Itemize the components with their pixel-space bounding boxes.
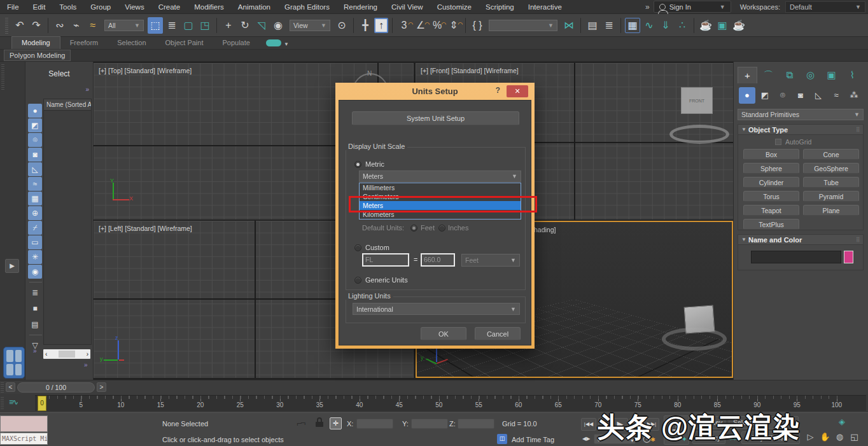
display-list-view-icon[interactable]: ≣ [28,286,42,300]
separator[interactable] [694,18,694,33]
bind-to-space-warp-icon[interactable]: ≈ [85,17,101,34]
menu-item[interactable]: Scripting [479,0,521,14]
redo-icon[interactable]: ↷ [29,17,44,34]
cancel-button[interactable]: Cancel [475,327,521,340]
add-time-tag[interactable]: Add Time Tag [512,436,554,443]
toolbar-grip[interactable] [5,17,8,34]
viewcube-ring[interactable] [669,125,729,144]
filter-containers-icon[interactable]: ▦ [28,192,42,206]
filter-shapes-icon[interactable]: ◩ [28,118,42,132]
snaps-toggle-3d-icon[interactable]: 3 [396,17,412,34]
mirror-icon[interactable]: ⋈ [561,17,577,34]
help-button[interactable]: ? [496,86,500,95]
selection-filter-dropdown[interactable]: All▼ [104,20,144,31]
toolbar-overflow-chevron[interactable]: » [641,3,654,11]
ribbon-tab[interactable]: Modeling [11,36,60,49]
separator[interactable] [48,18,48,33]
create-systems-icon[interactable]: ⁂ [846,87,862,104]
spinner-arrows-icon[interactable]: ◀▶ [582,436,590,442]
ribbon-tab[interactable]: Object Paint [156,37,213,49]
scroll-left-icon[interactable]: ‹ [45,351,47,358]
select-by-name-icon[interactable]: ≣ [164,17,179,34]
render-setup-icon[interactable]: ☕ [698,17,713,34]
filter-lights-icon[interactable]: ⌾ [28,133,42,147]
z-coordinate-field[interactable] [458,419,494,429]
custom-value-field[interactable]: 660.0 [421,253,455,267]
viewport-front-label[interactable]: [+] [Front] [Standard] [Wireframe] [421,67,519,74]
curve-editor-icon[interactable]: ∿ [641,17,657,34]
separator[interactable] [392,18,393,33]
object-color-swatch[interactable] [844,251,853,263]
dock-grip[interactable] [1,64,4,90]
custom-name-field[interactable]: FL [362,253,409,267]
display-properties-icon[interactable]: ▤ [28,317,42,331]
edit-named-selection-sets-icon[interactable]: { } [470,17,485,34]
select-and-place-icon[interactable]: ◉ [270,17,286,34]
schematic-view-icon[interactable]: ⇓ [658,17,673,34]
overflow-chevron[interactable]: » [33,347,37,354]
create-cameras-icon[interactable]: ◙ [792,87,809,104]
feet-radio[interactable] [410,225,417,232]
ribbon-tab[interactable]: Populate [213,37,259,49]
toggle-ribbon-icon[interactable]: ▦ [625,18,640,33]
create-geometry-icon[interactable]: ● [739,87,755,104]
menu-item[interactable]: Customize [430,0,479,14]
ribbon-config-icon[interactable] [266,39,281,46]
rendered-frame-window-icon[interactable]: ▣ [715,17,730,34]
select-and-move-icon[interactable]: + [221,17,236,34]
lighting-units-dropdown[interactable]: International ▼ [353,303,520,315]
rollout-drag-dots[interactable]: ⣿ [856,235,860,245]
keyboard-shortcut-override-icon[interactable]: ↑ [374,18,388,33]
menu-item[interactable]: Modifiers [187,0,231,14]
ok-button[interactable]: OK [421,327,466,340]
autogrid-checkbox[interactable] [775,139,781,145]
select-and-manipulate-icon[interactable]: ╋ [358,17,373,34]
ribbon-tab[interactable]: Selection [108,37,155,49]
object-type-rollout-header[interactable]: ▼ Object Type ⣿ [738,124,864,135]
scene-explorer-list[interactable]: Name (Sorted Ascending) [43,99,92,345]
viewport-layout-tab-icon[interactable] [3,347,25,379]
tab-create[interactable]: + [738,67,757,83]
grip[interactable] [1,396,4,409]
next-frame-arrow[interactable]: > [97,382,106,392]
toggle-scene-explorer-icon[interactable]: ▤ [585,17,600,34]
material-editor-icon[interactable]: ∴ [675,17,690,34]
primitive-button[interactable]: Pyramid [803,191,859,202]
render-production-icon[interactable]: ☕ [731,17,746,34]
angle-snap-icon[interactable]: ∠ [413,17,428,34]
generic-units-radio[interactable] [354,277,361,284]
explorer-horizontal-scrollbar[interactable]: ‹ › [43,349,90,359]
tab-motion[interactable]: ◎ [801,67,820,83]
inches-radio[interactable] [438,225,445,232]
filter-external-refs-icon[interactable]: ⊕ [28,206,42,220]
percent-snap-icon[interactable]: % [430,17,445,34]
selection-lock-icon[interactable] [314,417,325,428]
menu-item[interactable]: Rendering [337,0,384,14]
mini-curve-editor-icon[interactable]: ≡∿ [9,398,17,407]
primitive-button[interactable]: GeoSphere [803,163,859,174]
select-and-rotate-icon[interactable]: ↻ [237,17,253,34]
separator[interactable] [216,18,217,33]
named-selection-dropdown[interactable]: ▼ [489,20,557,31]
use-pivot-point-center-icon[interactable]: ⊙ [334,17,349,34]
custom-unit-dropdown[interactable]: Feet ▼ [461,254,520,267]
menu-item[interactable]: Graph Editors [277,0,337,14]
viewcube[interactable]: FRONT [681,87,713,114]
rectangular-selection-region-icon[interactable]: ▢ [181,17,196,34]
filter-helpers-icon[interactable]: ◺ [28,162,42,176]
metric-unit-dropdown[interactable]: Meters ▼ [359,171,521,182]
time-slider[interactable]: 0 / 100 [17,382,95,393]
viewcube[interactable] [684,305,715,333]
display-thumbnail-icon[interactable]: ■ [28,302,42,316]
previous-frame-arrow[interactable]: < [6,382,15,392]
tab-modify[interactable]: ⌒ [759,67,778,83]
menu-item[interactable]: Edit [26,0,53,14]
metric-radio[interactable] [354,161,361,168]
go-to-start-button[interactable]: |◀◀ [581,418,596,431]
separator[interactable] [620,18,621,33]
separator[interactable] [465,18,466,33]
menu-item[interactable]: Group [83,0,118,14]
polygon-modeling-tab[interactable]: Polygon Modeling [4,50,71,61]
primitive-button[interactable]: Torus [743,191,799,202]
create-shapes-icon[interactable]: ◩ [757,87,773,104]
